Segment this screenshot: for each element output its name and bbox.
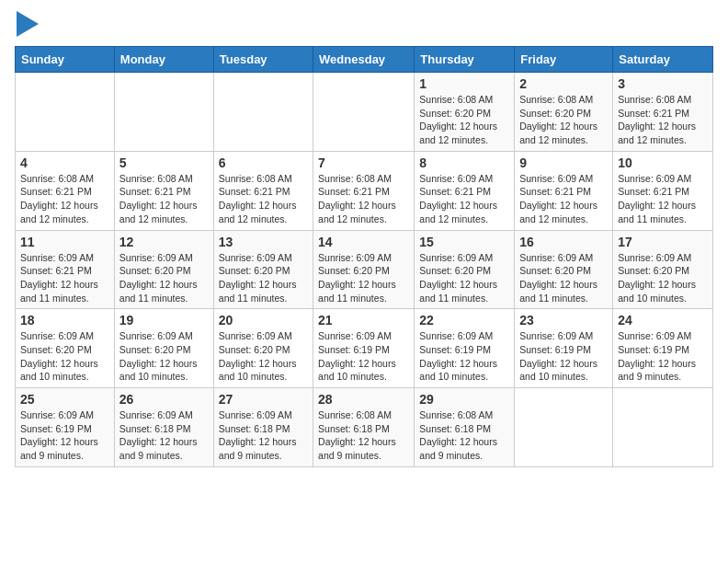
calendar-cell: 21Sunrise: 6:09 AMSunset: 6:19 PMDayligh… [313,309,415,388]
calendar-table: SundayMondayTuesdayWednesdayThursdayFrid… [15,46,713,467]
calendar-cell: 12Sunrise: 6:09 AMSunset: 6:20 PMDayligh… [114,230,213,309]
day-info: Sunrise: 6:09 AMSunset: 6:20 PMDaylight:… [119,329,209,384]
day-number: 8 [419,155,509,170]
calendar-cell: 17Sunrise: 6:09 AMSunset: 6:20 PMDayligh… [613,230,713,309]
calendar-week-row: 18Sunrise: 6:09 AMSunset: 6:20 PMDayligh… [16,309,713,388]
calendar-cell: 4Sunrise: 6:08 AMSunset: 6:21 PMDaylight… [16,151,115,230]
day-number: 25 [20,392,109,407]
day-info: Sunrise: 6:08 AMSunset: 6:20 PMDaylight:… [419,93,509,147]
day-info: Sunrise: 6:09 AMSunset: 6:20 PMDaylight:… [519,251,608,305]
day-info: Sunrise: 6:09 AMSunset: 6:20 PMDaylight:… [219,251,308,305]
calendar-cell: 8Sunrise: 6:09 AMSunset: 6:21 PMDaylight… [415,151,515,230]
day-info: Sunrise: 6:09 AMSunset: 6:20 PMDaylight:… [318,251,409,305]
calendar-cell [16,73,115,152]
calendar-cell [515,388,613,467]
day-info: Sunrise: 6:08 AMSunset: 6:21 PMDaylight:… [20,172,109,226]
calendar-week-row: 25Sunrise: 6:09 AMSunset: 6:19 PMDayligh… [16,388,713,467]
calendar-cell [613,388,713,467]
day-info: Sunrise: 6:08 AMSunset: 6:18 PMDaylight:… [318,408,409,463]
day-info: Sunrise: 6:09 AMSunset: 6:21 PMDaylight:… [618,172,708,226]
calendar-cell: 23Sunrise: 6:09 AMSunset: 6:19 PMDayligh… [515,309,613,388]
calendar-header-wednesday: Wednesday [313,47,415,73]
day-info: Sunrise: 6:09 AMSunset: 6:18 PMDaylight:… [219,408,308,463]
day-info: Sunrise: 6:08 AMSunset: 6:21 PMDaylight:… [318,172,409,226]
calendar-cell: 9Sunrise: 6:09 AMSunset: 6:21 PMDaylight… [515,151,613,230]
day-number: 14 [318,235,409,249]
calendar-cell: 10Sunrise: 6:09 AMSunset: 6:21 PMDayligh… [613,151,713,230]
day-number: 18 [20,313,109,327]
day-info: Sunrise: 6:09 AMSunset: 6:19 PMDaylight:… [318,329,409,384]
calendar-header-saturday: Saturday [613,47,713,73]
day-number: 10 [618,155,708,170]
day-number: 26 [119,392,209,407]
calendar-cell: 22Sunrise: 6:09 AMSunset: 6:19 PMDayligh… [415,309,515,388]
day-number: 11 [20,235,109,249]
day-info: Sunrise: 6:09 AMSunset: 6:19 PMDaylight:… [20,408,109,463]
logo [15,15,39,37]
day-number: 27 [219,392,308,407]
calendar-header-row: SundayMondayTuesdayWednesdayThursdayFrid… [16,47,713,73]
calendar-cell: 6Sunrise: 6:08 AMSunset: 6:21 PMDaylight… [213,151,313,230]
day-info: Sunrise: 6:08 AMSunset: 6:20 PMDaylight:… [519,93,608,147]
day-info: Sunrise: 6:09 AMSunset: 6:20 PMDaylight:… [618,251,708,305]
day-info: Sunrise: 6:09 AMSunset: 6:21 PMDaylight:… [419,172,509,226]
calendar-cell: 20Sunrise: 6:09 AMSunset: 6:20 PMDayligh… [213,309,313,388]
day-info: Sunrise: 6:09 AMSunset: 6:20 PMDaylight:… [20,329,109,384]
calendar-header-sunday: Sunday [16,47,115,73]
calendar-cell: 3Sunrise: 6:08 AMSunset: 6:21 PMDaylight… [613,73,713,152]
day-number: 7 [318,155,409,170]
day-number: 19 [119,313,209,327]
page-header [15,15,713,37]
calendar-cell: 18Sunrise: 6:09 AMSunset: 6:20 PMDayligh… [16,309,115,388]
calendar-cell: 13Sunrise: 6:09 AMSunset: 6:20 PMDayligh… [213,230,313,309]
calendar-cell: 11Sunrise: 6:09 AMSunset: 6:21 PMDayligh… [16,230,115,309]
day-number: 17 [618,235,708,249]
calendar-week-row: 1Sunrise: 6:08 AMSunset: 6:20 PMDaylight… [16,73,713,152]
day-info: Sunrise: 6:08 AMSunset: 6:21 PMDaylight:… [618,93,708,147]
day-number: 4 [20,155,109,170]
day-info: Sunrise: 6:09 AMSunset: 6:19 PMDaylight:… [618,329,708,384]
calendar-cell: 27Sunrise: 6:09 AMSunset: 6:18 PMDayligh… [213,388,313,467]
day-info: Sunrise: 6:09 AMSunset: 6:19 PMDaylight:… [419,329,509,384]
day-info: Sunrise: 6:09 AMSunset: 6:21 PMDaylight:… [20,251,109,305]
day-info: Sunrise: 6:09 AMSunset: 6:21 PMDaylight:… [519,172,608,226]
day-info: Sunrise: 6:08 AMSunset: 6:21 PMDaylight:… [119,172,209,226]
day-number: 23 [519,313,608,327]
day-number: 5 [119,155,209,170]
calendar-cell: 26Sunrise: 6:09 AMSunset: 6:18 PMDayligh… [114,388,213,467]
day-info: Sunrise: 6:09 AMSunset: 6:18 PMDaylight:… [119,408,209,463]
day-info: Sunrise: 6:08 AMSunset: 6:21 PMDaylight:… [219,172,308,226]
calendar-cell: 2Sunrise: 6:08 AMSunset: 6:20 PMDaylight… [515,73,613,152]
day-number: 1 [419,76,509,91]
calendar-cell: 5Sunrise: 6:08 AMSunset: 6:21 PMDaylight… [114,151,213,230]
calendar-cell: 15Sunrise: 6:09 AMSunset: 6:20 PMDayligh… [415,230,515,309]
day-number: 22 [419,313,509,327]
day-info: Sunrise: 6:09 AMSunset: 6:20 PMDaylight:… [119,251,209,305]
day-number: 3 [618,76,708,91]
calendar-cell: 19Sunrise: 6:09 AMSunset: 6:20 PMDayligh… [114,309,213,388]
calendar-cell: 28Sunrise: 6:08 AMSunset: 6:18 PMDayligh… [313,388,415,467]
day-info: Sunrise: 6:08 AMSunset: 6:18 PMDaylight:… [419,408,509,463]
logo-icon [17,11,39,37]
day-number: 24 [618,313,708,327]
calendar-cell: 16Sunrise: 6:09 AMSunset: 6:20 PMDayligh… [515,230,613,309]
calendar-cell: 24Sunrise: 6:09 AMSunset: 6:19 PMDayligh… [613,309,713,388]
calendar-header-monday: Monday [114,47,213,73]
calendar-week-row: 4Sunrise: 6:08 AMSunset: 6:21 PMDaylight… [16,151,713,230]
calendar-cell: 25Sunrise: 6:09 AMSunset: 6:19 PMDayligh… [16,388,115,467]
day-number: 13 [219,235,308,249]
day-number: 21 [318,313,409,327]
calendar-cell [213,73,313,152]
calendar-cell: 7Sunrise: 6:08 AMSunset: 6:21 PMDaylight… [313,151,415,230]
day-number: 12 [119,235,209,249]
calendar-header-thursday: Thursday [415,47,515,73]
calendar-cell: 1Sunrise: 6:08 AMSunset: 6:20 PMDaylight… [415,73,515,152]
calendar-cell: 14Sunrise: 6:09 AMSunset: 6:20 PMDayligh… [313,230,415,309]
calendar-cell: 29Sunrise: 6:08 AMSunset: 6:18 PMDayligh… [415,388,515,467]
day-number: 20 [219,313,308,327]
calendar-header-friday: Friday [515,47,613,73]
day-number: 15 [419,235,509,249]
calendar-cell [114,73,213,152]
day-number: 9 [519,155,608,170]
calendar-cell [313,73,415,152]
